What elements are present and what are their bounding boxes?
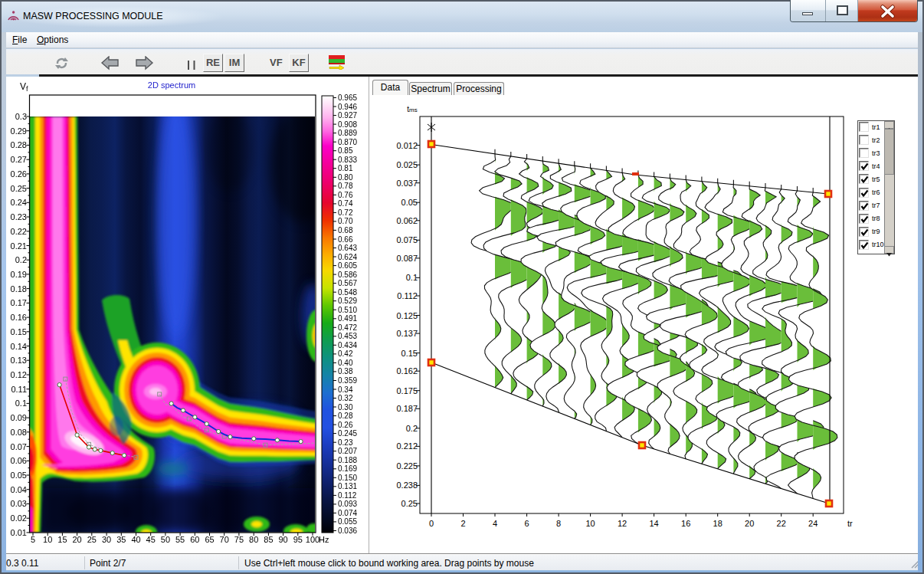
svg-text:15: 15	[57, 535, 67, 544]
svg-text:30: 30	[102, 535, 111, 544]
svg-text:0.14: 0.14	[11, 342, 27, 351]
svg-text:0.15: 0.15	[11, 327, 27, 336]
svg-text:0.245: 0.245	[338, 429, 357, 438]
svg-text:50: 50	[161, 535, 170, 544]
svg-text:0.29: 0.29	[11, 126, 27, 136]
svg-text:0.03: 0.03	[11, 499, 27, 508]
svg-text:0.05: 0.05	[401, 198, 418, 207]
svg-text:0.188: 0.188	[338, 456, 357, 464]
svg-text:0.70: 0.70	[338, 217, 353, 225]
svg-text:0.036: 0.036	[338, 526, 357, 535]
svg-text:6: 6	[525, 519, 529, 528]
svg-text:0.212: 0.212	[396, 441, 418, 451]
svg-text:0.927: 0.927	[338, 111, 357, 120]
svg-text:0.68: 0.68	[338, 226, 353, 235]
svg-text:0.72: 0.72	[338, 208, 353, 217]
svg-text:0.1: 0.1	[406, 273, 418, 282]
svg-text:tr: tr	[847, 519, 853, 528]
svg-text:0.238: 0.238	[396, 481, 418, 490]
svg-text:0.062: 0.062	[396, 216, 418, 225]
svg-text:0.01: 0.01	[11, 528, 27, 537]
svg-text:65: 65	[205, 535, 214, 544]
svg-text:0.11: 0.11	[11, 385, 27, 394]
svg-text:0.26: 0.26	[11, 169, 27, 179]
svg-text:0.08: 0.08	[11, 428, 27, 437]
svg-text:0.025: 0.025	[396, 160, 418, 169]
svg-text:100: 100	[306, 535, 319, 544]
svg-text:0.66: 0.66	[338, 235, 353, 244]
svg-text:14: 14	[649, 519, 658, 528]
svg-text:85: 85	[264, 535, 273, 544]
svg-text:75: 75	[234, 535, 244, 544]
svg-text:0.946: 0.946	[338, 103, 357, 111]
svg-text:0.19: 0.19	[11, 270, 27, 279]
svg-text:0.137: 0.137	[396, 329, 418, 338]
svg-text:Hz: Hz	[319, 535, 329, 544]
svg-text:0.112: 0.112	[397, 291, 418, 300]
svg-text:12: 12	[618, 519, 627, 528]
svg-text:Vf: Vf	[20, 81, 28, 93]
svg-text:2: 2	[460, 519, 465, 528]
svg-text:4: 4	[493, 519, 497, 528]
svg-text:10: 10	[43, 535, 52, 544]
svg-text:0.529: 0.529	[338, 297, 357, 305]
svg-text:0.23: 0.23	[11, 212, 27, 221]
svg-text:70: 70	[220, 535, 229, 544]
svg-text:0.548: 0.548	[338, 288, 357, 297]
svg-text:0.169: 0.169	[338, 464, 357, 473]
svg-text:0.2: 0.2	[15, 255, 27, 264]
svg-text:0.78: 0.78	[338, 182, 353, 190]
svg-text:0.40: 0.40	[338, 359, 353, 367]
svg-text:0.18: 0.18	[11, 284, 27, 294]
svg-text:0.21: 0.21	[11, 241, 27, 251]
svg-text:20: 20	[72, 535, 81, 544]
svg-text:0.07: 0.07	[11, 442, 27, 451]
svg-text:8: 8	[556, 519, 561, 528]
svg-text:0.624: 0.624	[338, 253, 357, 261]
svg-text:0.965: 0.965	[338, 93, 357, 102]
svg-text:0.075: 0.075	[396, 235, 418, 244]
svg-text:90: 90	[278, 535, 287, 544]
svg-text:2D spectrum: 2D spectrum	[148, 80, 195, 90]
svg-text:0.037: 0.037	[396, 179, 418, 188]
svg-text:0.34: 0.34	[338, 385, 353, 394]
svg-text:0.643: 0.643	[338, 244, 357, 252]
svg-text:0.187: 0.187	[396, 404, 418, 413]
svg-text:0.567: 0.567	[338, 279, 357, 287]
svg-text:60: 60	[190, 535, 199, 544]
svg-text:0.38: 0.38	[338, 367, 353, 376]
svg-text:0.81: 0.81	[338, 164, 353, 172]
svg-text:0.04: 0.04	[11, 485, 27, 494]
svg-text:0.05: 0.05	[11, 471, 27, 480]
svg-text:0.434: 0.434	[338, 341, 357, 349]
svg-text:0.074: 0.074	[338, 509, 357, 517]
svg-text:0.453: 0.453	[338, 332, 357, 340]
svg-text:0.586: 0.586	[338, 271, 357, 279]
svg-text:45: 45	[146, 535, 156, 544]
svg-text:18: 18	[713, 519, 722, 528]
svg-text:0.889: 0.889	[338, 129, 357, 137]
svg-text:0.055: 0.055	[338, 517, 357, 526]
svg-text:0.150: 0.150	[338, 474, 357, 482]
svg-text:40: 40	[131, 535, 140, 544]
svg-text:0.23: 0.23	[338, 438, 353, 447]
svg-text:0.09: 0.09	[11, 413, 27, 422]
svg-text:0.207: 0.207	[338, 447, 357, 455]
svg-text:0.16: 0.16	[11, 313, 27, 322]
svg-text:0.28: 0.28	[11, 140, 27, 149]
svg-text:0.26: 0.26	[338, 421, 353, 429]
svg-text:0: 0	[429, 519, 434, 528]
svg-text:0.27: 0.27	[11, 155, 27, 164]
svg-text:0.012: 0.012	[396, 141, 418, 150]
svg-text:0.491: 0.491	[338, 314, 357, 323]
svg-text:0.25: 0.25	[401, 499, 418, 508]
svg-text:0.17: 0.17	[11, 298, 27, 307]
svg-text:0.12: 0.12	[11, 370, 27, 379]
svg-text:0.15: 0.15	[401, 349, 418, 358]
svg-text:0.112: 0.112	[338, 491, 357, 500]
svg-text:0.605: 0.605	[338, 261, 357, 270]
svg-text:0.162: 0.162	[396, 366, 418, 376]
svg-text:tms: tms	[407, 105, 417, 113]
svg-text:0.13: 0.13	[11, 356, 27, 365]
svg-text:80: 80	[249, 535, 258, 544]
